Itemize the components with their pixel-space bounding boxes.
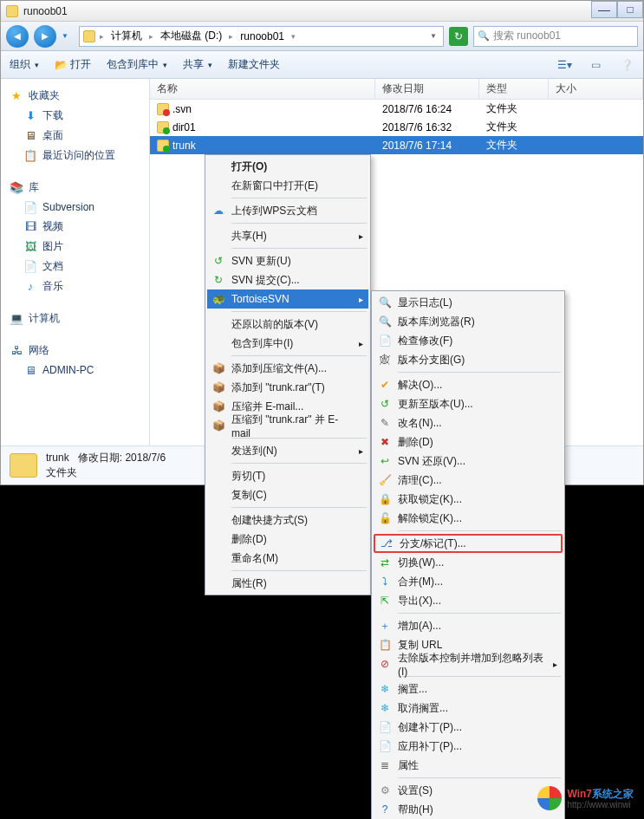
download-icon bbox=[23, 109, 37, 123]
share-button[interactable]: 共享 bbox=[183, 57, 212, 72]
include-library-button[interactable]: 包含到库中 bbox=[107, 57, 167, 72]
menu-item[interactable]: 🔓解除锁定(K)... bbox=[374, 509, 563, 528]
back-button[interactable] bbox=[6, 25, 29, 48]
sidebar-item-recent[interactable]: 最近访问的位置 bbox=[4, 146, 146, 166]
chevron-right-icon: ▸ bbox=[146, 32, 156, 41]
view-options-button[interactable]: ☰▾ bbox=[556, 57, 572, 73]
menu-item[interactable]: ≣属性 bbox=[374, 756, 563, 775]
sidebar-item-desktop[interactable]: 桌面 bbox=[4, 126, 146, 146]
sidebar-network[interactable]: 网络 bbox=[4, 341, 146, 361]
new-folder-button[interactable]: 新建文件夹 bbox=[228, 57, 280, 72]
sidebar-item-pictures[interactable]: 图片 bbox=[4, 237, 146, 257]
menu-item[interactable]: ⎇分支/标记(T)... bbox=[374, 534, 563, 553]
menu-item[interactable]: 发送到(N) bbox=[207, 441, 368, 460]
menu-item[interactable]: 📦添加到 "trunk.rar"(T) bbox=[207, 378, 368, 397]
menu-item[interactable]: ↺更新至版本(U)... bbox=[374, 394, 563, 413]
menu-item[interactable]: ⊘去除版本控制并增加到忽略列表(I) bbox=[374, 654, 563, 673]
menu-item[interactable]: ↺SVN 更新(U) bbox=[207, 251, 368, 270]
organize-button[interactable]: 组织 bbox=[10, 57, 39, 72]
menu-item[interactable]: 创建快捷方式(S) bbox=[207, 510, 368, 530]
help-button[interactable]: ❔ bbox=[619, 57, 634, 73]
menu-item[interactable]: 🔍显示日志(L) bbox=[374, 293, 563, 312]
menu-item[interactable]: 剪切(T) bbox=[207, 466, 368, 485]
breadcrumb-segment[interactable]: runoob01 bbox=[237, 30, 287, 42]
menu-item[interactable]: 🔒获取锁定(K)... bbox=[374, 490, 563, 509]
menu-item[interactable]: ✖删除(D) bbox=[374, 432, 563, 452]
sidebar-item-music[interactable]: 音乐 bbox=[4, 276, 146, 296]
sidebar-libraries[interactable]: 库 bbox=[4, 178, 146, 198]
menu-item[interactable]: 🧹清理(C)... bbox=[374, 471, 563, 490]
sidebar-item-pc[interactable]: ADMIN-PC bbox=[4, 361, 146, 380]
sidebar-computer[interactable]: 计算机 bbox=[4, 309, 146, 328]
file-name: dir01 bbox=[172, 121, 196, 133]
menu-item[interactable]: 🕸版本分支图(G) bbox=[374, 350, 563, 369]
open-button[interactable]: 📂打开 bbox=[55, 57, 91, 72]
menu-item[interactable]: ↻SVN 提交(C)... bbox=[207, 270, 368, 289]
sidebar-favorites[interactable]: 收藏夹 bbox=[4, 86, 146, 106]
menu-item[interactable]: ⇱导出(X)... bbox=[374, 591, 563, 610]
details-mod-label: 修改日期: bbox=[78, 452, 122, 464]
table-row[interactable]: trunk2018/7/6 17:14文件夹 bbox=[150, 136, 643, 154]
menu-item[interactable]: 🐢TortoiseSVN bbox=[207, 289, 368, 309]
sidebar-item-documents[interactable]: 文档 bbox=[4, 257, 146, 276]
col-date[interactable]: 修改日期 bbox=[375, 79, 479, 99]
menu-icon: ✎ bbox=[377, 417, 393, 429]
menu-item[interactable]: ⚙设置(S) bbox=[374, 781, 563, 800]
file-date: 2018/7/6 17:14 bbox=[375, 140, 479, 152]
menu-item[interactable]: 📦压缩到 "trunk.rar" 并 E-mail bbox=[207, 416, 368, 435]
menu-item[interactable]: 重命名(M) bbox=[207, 549, 368, 568]
menu-item[interactable]: ☁上传到WPS云文档 bbox=[207, 201, 368, 220]
menu-item[interactable]: ✔解决(O)... bbox=[374, 375, 563, 394]
forward-button[interactable] bbox=[34, 25, 56, 48]
chevron-down-icon[interactable]: ▼ bbox=[427, 32, 439, 40]
menu-label: 打开(O) bbox=[231, 159, 267, 174]
menu-item[interactable]: 📄应用补丁(P)... bbox=[374, 737, 563, 756]
table-row[interactable]: .svn2018/7/6 16:24文件夹 bbox=[150, 100, 643, 118]
col-name[interactable]: 名称 bbox=[150, 79, 375, 99]
breadcrumb[interactable]: ▸ 计算机 ▸ 本地磁盘 (D:) ▸ runoob01 ▾ ▼ bbox=[79, 26, 444, 47]
menu-item[interactable]: ↩SVN 还原(V)... bbox=[374, 452, 563, 471]
menu-item[interactable]: ❄取消搁置... bbox=[374, 699, 563, 718]
menu-item[interactable]: 在新窗口中打开(E) bbox=[207, 176, 368, 195]
nav-history-dropdown[interactable]: ▼ bbox=[62, 32, 74, 40]
maximize-button[interactable]: □ bbox=[617, 1, 643, 18]
menu-label: 获取锁定(K)... bbox=[398, 492, 462, 507]
menu-icon: ↻ bbox=[211, 274, 226, 286]
menu-item[interactable]: ⤵合并(M)... bbox=[374, 572, 563, 591]
chevron-down-icon[interactable]: ▾ bbox=[289, 32, 298, 41]
sidebar-item-videos[interactable]: 视频 bbox=[4, 217, 146, 237]
menu-item[interactable]: ❄搁置... bbox=[374, 679, 563, 699]
menu-icon: ↺ bbox=[211, 255, 226, 267]
sidebar-item-subversion[interactable]: Subversion bbox=[4, 198, 146, 217]
menu-item[interactable]: 📦添加到压缩文件(A)... bbox=[207, 359, 368, 378]
minimize-button[interactable]: — bbox=[591, 1, 617, 18]
sidebar-item-downloads[interactable]: 下载 bbox=[4, 106, 146, 126]
menu-item[interactable]: 📄检查修改(F) bbox=[374, 331, 563, 350]
menu-item[interactable]: 📄创建补丁(P)... bbox=[374, 718, 563, 737]
menu-item[interactable]: ✎改名(N)... bbox=[374, 413, 563, 432]
table-row[interactable]: dir012018/7/6 16:32文件夹 bbox=[150, 118, 643, 136]
preview-pane-button[interactable]: ▭ bbox=[588, 57, 603, 73]
menu-item[interactable]: 打开(O) bbox=[207, 157, 368, 176]
menu-item[interactable]: ?帮助(H) bbox=[374, 800, 563, 819]
breadcrumb-segment[interactable]: 本地磁盘 (D:) bbox=[158, 29, 224, 43]
picture-icon bbox=[23, 240, 37, 254]
menu-label: 更新至版本(U)... bbox=[398, 397, 473, 412]
menu-item[interactable]: ＋增加(A)... bbox=[374, 616, 563, 635]
tortoisesvn-submenu: 🔍显示日志(L)🔍版本库浏览器(R)📄检查修改(F)🕸版本分支图(G)✔解决(O… bbox=[371, 290, 565, 819]
col-type[interactable]: 类型 bbox=[479, 79, 549, 99]
col-size[interactable]: 大小 bbox=[549, 79, 643, 99]
menu-item[interactable]: 还原以前的版本(V) bbox=[207, 315, 368, 334]
refresh-button[interactable] bbox=[449, 27, 468, 46]
search-input[interactable]: 搜索 runoob01 bbox=[473, 26, 638, 47]
menu-item[interactable]: ⇄切换(W)... bbox=[374, 553, 563, 572]
menu-item[interactable]: 删除(D) bbox=[207, 530, 368, 549]
menu-item[interactable]: 属性(R) bbox=[207, 574, 368, 593]
menu-icon: ⊘ bbox=[377, 658, 393, 670]
menu-item[interactable]: 复制(C) bbox=[207, 485, 368, 504]
menu-item[interactable]: 🔍版本库浏览器(R) bbox=[374, 312, 563, 331]
breadcrumb-segment[interactable]: 计算机 bbox=[108, 29, 145, 43]
document-icon bbox=[23, 200, 37, 214]
menu-item[interactable]: 包含到库中(I) bbox=[207, 334, 368, 353]
menu-item[interactable]: 共享(H) bbox=[207, 226, 368, 245]
